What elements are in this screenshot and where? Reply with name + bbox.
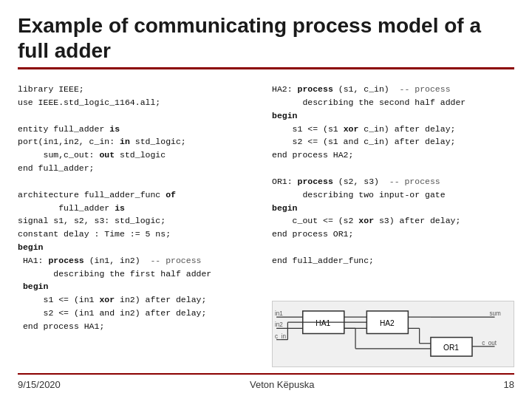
svg-text:HA1: HA1	[316, 319, 330, 327]
diagram-area: HA1 HA2	[272, 301, 514, 367]
svg-text:c_out: c_out	[482, 340, 497, 347]
footer-date: 9/15/2020	[18, 379, 61, 390]
right-code-text: HA2: process (s1, c_in) -- process descr…	[272, 83, 514, 267]
right-code-top: HA2: process (s1, c_in) -- process descr…	[272, 83, 514, 296]
left-code: library IEEE; use IEEE.std_logic_1164.al…	[18, 83, 260, 332]
content-area: library IEEE; use IEEE.std_logic_1164.al…	[18, 83, 514, 367]
footer-presenter: Veton Këpuska	[250, 379, 314, 390]
svg-text:OR1: OR1	[443, 344, 459, 352]
slide: Example of communicating process model o…	[0, 0, 532, 399]
svg-text:in2: in2	[275, 321, 283, 328]
footer-page: 18	[504, 379, 514, 390]
svg-text:c_in: c_in	[275, 333, 286, 340]
svg-text:sum: sum	[489, 310, 501, 317]
right-column: HA2: process (s1, c_in) -- process descr…	[272, 83, 514, 367]
slide-title: Example of communicating process model o…	[18, 13, 514, 63]
left-column: library IEEE; use IEEE.std_logic_1164.al…	[18, 83, 260, 367]
svg-text:HA2: HA2	[380, 319, 395, 327]
svg-text:in1: in1	[275, 310, 283, 317]
left-code-text: library IEEE; use IEEE.std_logic_1164.al…	[18, 84, 211, 331]
footer: 9/15/2020 Veton Këpuska 18	[18, 373, 514, 390]
title-divider	[18, 67, 514, 69]
circuit-diagram: HA1 HA2	[273, 301, 514, 366]
title-area: Example of communicating process model o…	[18, 13, 514, 77]
